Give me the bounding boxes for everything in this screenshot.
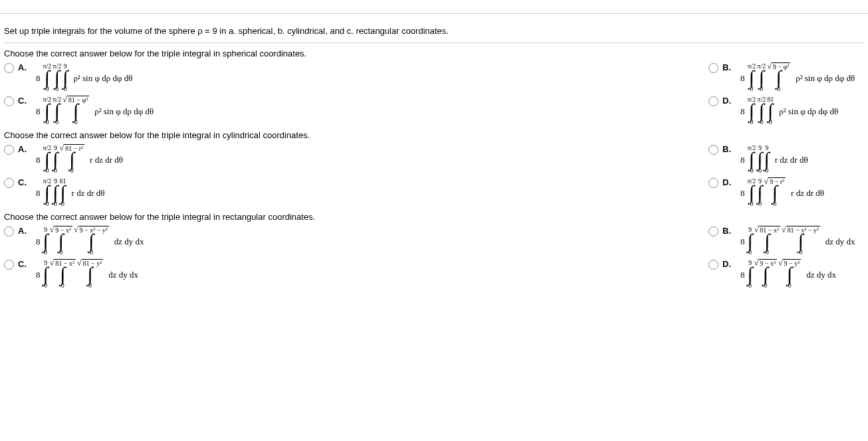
prompt-cylindrical: Choose the correct answer below for the … bbox=[4, 130, 864, 140]
option-label: B. bbox=[722, 226, 731, 236]
integral-p1-d: 8 π/2∫0 π/2∫0 81∫0 ρ² sin φ dρ dφ dθ bbox=[740, 96, 838, 126]
radio-p2-b[interactable] bbox=[708, 145, 718, 155]
integral-p2-c: 8 π/2∫0 9∫0 81∫0 r dz dr dθ bbox=[36, 177, 104, 208]
radio-p2-d[interactable] bbox=[708, 178, 718, 188]
radio-p1-c[interactable] bbox=[4, 96, 14, 106]
radio-p2-c[interactable] bbox=[4, 178, 14, 188]
prompt-rectangular: Choose the correct answer below for the … bbox=[4, 212, 864, 222]
option-label: B. bbox=[722, 62, 731, 72]
option-label: C. bbox=[18, 177, 27, 187]
option-label: B. bbox=[722, 144, 731, 154]
integral-p2-a: 8 π/2∫0 9∫0 √81 − r²∫0 r dz dr dθ bbox=[36, 144, 123, 175]
radio-p1-b[interactable] bbox=[708, 63, 718, 73]
option-label: A. bbox=[18, 226, 27, 236]
integral-p2-b: 8 π/2∫0 9∫0 9∫0 r dz dr dθ bbox=[740, 144, 808, 175]
radio-p1-d[interactable] bbox=[708, 96, 718, 106]
option-label: D. bbox=[722, 259, 731, 269]
radio-p1-a[interactable] bbox=[4, 63, 14, 73]
option-label: C. bbox=[18, 96, 27, 106]
integral-p1-a: 8 π/2∫0 π/2∫0 9∫0 ρ² sin φ dρ dφ dθ bbox=[36, 62, 132, 93]
option-label: C. bbox=[18, 259, 27, 269]
question-text: Set up triple integrals for the volume o… bbox=[4, 19, 864, 43]
option-label: D. bbox=[722, 96, 731, 106]
integral-p2-d: 8 π/2∫0 9∫0 √9 − r²∫0 r dz dr dθ bbox=[740, 177, 824, 208]
option-label: D. bbox=[722, 177, 731, 187]
radio-p3-a[interactable] bbox=[4, 226, 14, 236]
radio-p3-c[interactable] bbox=[4, 260, 14, 270]
integral-p3-b: 8 9∫0 √81 − x²∫0 √81 − x² − y²∫0 dz dy d… bbox=[740, 226, 855, 256]
integral-p3-a: 8 9∫0 √9 − x²∫0 √9 − x² − y²∫0 dz dy dx bbox=[36, 226, 144, 256]
prompt-spherical: Choose the correct answer below for the … bbox=[4, 48, 864, 58]
option-label: A. bbox=[18, 62, 27, 72]
integral-p3-d: 8 9∫0 √9 − x²∫0 √9 − y²∫0 dz dy dx bbox=[740, 259, 836, 290]
radio-p3-b[interactable] bbox=[708, 226, 718, 236]
integral-p3-c: 8 9∫0 √81 − x²∫0 √81 − y²∫0 dz dy dx bbox=[36, 259, 138, 290]
radio-p2-a[interactable] bbox=[4, 145, 14, 155]
integral-p1-b: 8 π/2∫0 π/2∫0 √9 − φ²∫0 ρ² sin φ dρ dφ d… bbox=[740, 62, 855, 93]
option-label: A. bbox=[18, 144, 27, 154]
radio-p3-d[interactable] bbox=[708, 260, 718, 270]
integral-p1-c: 8 π/2∫0 π/2∫0 √81 − φ²∫0 ρ² sin φ dρ dφ … bbox=[36, 96, 154, 126]
